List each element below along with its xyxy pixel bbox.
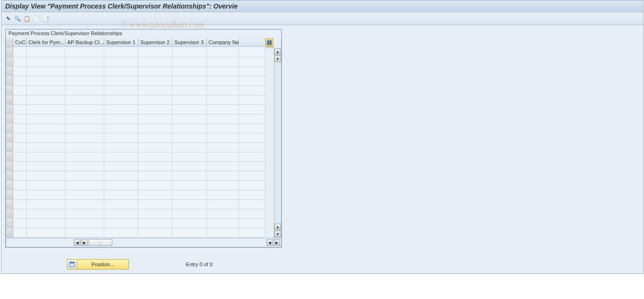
row-selector[interactable] [6,143,13,152]
scroll-left-button[interactable]: ◀ [74,239,81,246]
cell-pad[interactable] [239,200,265,209]
cell-pad[interactable] [239,67,265,76]
row-selector[interactable] [6,67,13,76]
scroll-thumb[interactable]: ::: [89,239,112,246]
cell-sup3[interactable] [172,133,207,143]
row-selector[interactable] [6,76,13,86]
cell-sup1[interactable] [104,162,138,171]
cell-cocd[interactable] [13,143,27,152]
cell-co[interactable] [207,95,239,105]
cell-sup2[interactable] [138,200,172,209]
scroll-up-bottom-button[interactable]: ▲ [274,224,281,230]
cell-clerk[interactable] [27,105,65,114]
cell-cocd[interactable] [13,105,27,114]
row-selector[interactable] [6,200,13,209]
cell-clerk[interactable] [27,86,65,95]
cell-sup1[interactable] [104,200,138,209]
row-selector[interactable] [6,114,13,124]
cell-cocd[interactable] [13,181,27,190]
cell-co[interactable] [207,105,239,114]
cell-cocd[interactable] [13,209,27,219]
cell-sup1[interactable] [104,105,138,114]
scroll-down-bottom-button[interactable]: ▼ [274,231,281,237]
cell-clerk[interactable] [27,143,65,152]
cell-sup1[interactable] [104,48,138,57]
cell-pad[interactable] [239,105,265,114]
cell-sup2[interactable] [138,171,172,181]
cell-sup2[interactable] [138,133,172,143]
cell-sup1[interactable] [104,86,138,95]
cell-sup2[interactable] [138,76,172,86]
cell-backup[interactable] [65,86,104,95]
cell-cocd[interactable] [13,228,27,238]
cell-sup1[interactable] [104,209,138,219]
cell-clerk[interactable] [27,219,65,228]
cell-clerk[interactable] [27,67,65,76]
cell-sup1[interactable] [104,219,138,228]
cell-clerk[interactable] [27,133,65,143]
cell-sup3[interactable] [172,171,207,181]
cell-backup[interactable] [65,105,104,114]
cell-cocd[interactable] [13,124,27,133]
horizontal-scrollbar[interactable]: ◀ ▶ ::: ◀ ▶ [6,238,281,247]
cell-co[interactable] [207,57,239,67]
cell-pad[interactable] [239,228,265,238]
cell-backup[interactable] [65,133,104,143]
cell-co[interactable] [207,143,239,152]
select-all-button[interactable]: 📋 [23,15,31,22]
cell-sup2[interactable] [138,114,172,124]
cell-backup[interactable] [65,152,104,162]
other-object-button[interactable]: 🔍 [14,15,21,22]
cell-sup3[interactable] [172,162,207,171]
row-selector[interactable] [6,133,13,143]
cell-co[interactable] [207,114,239,124]
cell-pad[interactable] [239,133,265,143]
column-header-sup1[interactable]: Supervisor 1 [104,38,138,47]
cell-sup3[interactable] [172,152,207,162]
cell-sup2[interactable] [138,219,172,228]
vertical-scrollbar[interactable]: ▲ ▼ ▲ ▼ [274,48,281,238]
position-button[interactable]: Position... [67,259,129,270]
configure-columns-button[interactable] [266,38,273,47]
cell-cocd[interactable] [13,152,27,162]
cell-pad[interactable] [239,143,265,152]
cell-co[interactable] [207,48,239,57]
cell-cocd[interactable] [13,48,27,57]
cell-sup3[interactable] [172,190,207,200]
cell-sup1[interactable] [104,124,138,133]
cell-clerk[interactable] [27,209,65,219]
cell-cocd[interactable] [13,67,27,76]
cell-pad[interactable] [239,209,265,219]
cell-co[interactable] [207,171,239,181]
cell-pad[interactable] [239,152,265,162]
cell-co[interactable] [207,133,239,143]
cell-sup2[interactable] [138,86,172,95]
row-selector[interactable] [6,124,13,133]
cell-pad[interactable] [239,48,265,57]
row-selector[interactable] [6,152,13,162]
cell-sup1[interactable] [104,181,138,190]
cell-pad[interactable] [239,190,265,200]
cell-backup[interactable] [65,209,104,219]
cell-sup1[interactable] [104,190,138,200]
cell-sup3[interactable] [172,209,207,219]
cell-sup3[interactable] [172,76,207,86]
scroll-up-button[interactable]: ▲ [274,48,281,55]
cell-sup3[interactable] [172,200,207,209]
cell-sup2[interactable] [138,209,172,219]
column-header-pad[interactable] [239,38,265,47]
cell-sup3[interactable] [172,114,207,124]
cell-cocd[interactable] [13,162,27,171]
cell-co[interactable] [207,181,239,190]
cell-pad[interactable] [239,124,265,133]
cell-pad[interactable] [239,114,265,124]
cell-backup[interactable] [65,76,104,86]
cell-clerk[interactable] [27,114,65,124]
cell-sup2[interactable] [138,95,172,105]
cell-co[interactable] [207,190,239,200]
cell-co[interactable] [207,67,239,76]
cell-cocd[interactable] [13,133,27,143]
cell-backup[interactable] [65,162,104,171]
cell-clerk[interactable] [27,152,65,162]
cell-co[interactable] [207,219,239,228]
